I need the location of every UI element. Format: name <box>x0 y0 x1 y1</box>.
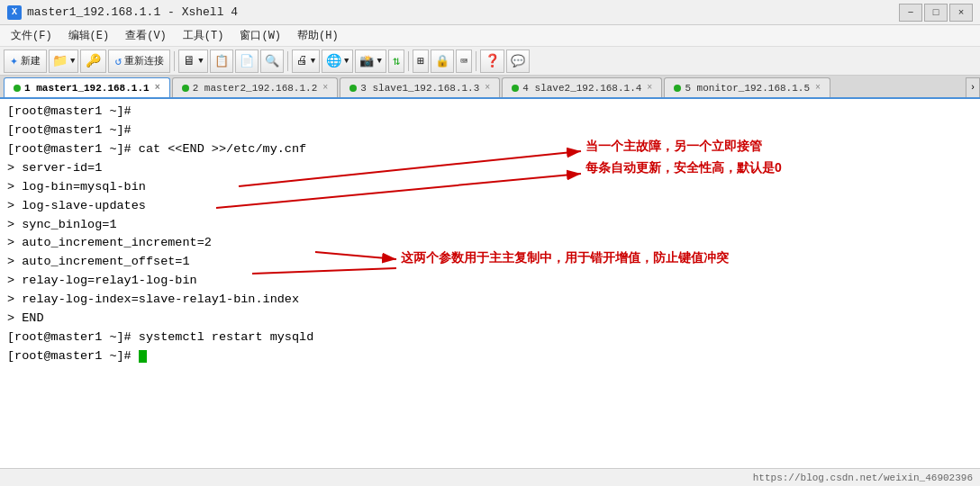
tab-label-2: 2 master2_192.168.1.2 <box>193 83 318 94</box>
copy-button[interactable]: 📋 <box>210 50 233 73</box>
keyboard-icon: ⌨ <box>460 54 467 68</box>
tab-monitor[interactable]: 5 monitor_192.168.1.5 × <box>664 77 830 97</box>
menu-bar: 文件(F) 编辑(E) 查看(V) 工具(T) 窗口(W) 帮助(H) <box>0 25 980 47</box>
line-8: > auto_increment_increment=2 <box>7 234 973 253</box>
tab-dot-2 <box>182 85 189 92</box>
copy-icon: 📋 <box>214 54 229 68</box>
terminal-wrapper: [root@master1 ~]# [root@master1 ~]# [roo… <box>0 99 980 468</box>
line-12: > END <box>7 310 973 328</box>
lock-button[interactable]: 🔒 <box>431 50 454 73</box>
terminal-cursor <box>139 350 147 363</box>
reconnect-button[interactable]: ↺ 重新连接 <box>108 50 170 73</box>
globe-button[interactable]: 🌐 ▼ <box>322 50 353 73</box>
tab-scroll-right[interactable]: › <box>966 77 980 97</box>
line-2: [root@master1 ~]# <box>7 122 973 140</box>
transfer-icon: ⇅ <box>393 53 400 68</box>
line-9: > auto_increment_offset=1 <box>7 253 973 272</box>
minimize-button[interactable]: − <box>899 4 922 22</box>
toolbar-sep-2 <box>287 51 288 71</box>
key-icon: 🔑 <box>86 53 101 68</box>
paste-icon: 📄 <box>240 54 254 68</box>
toolbar-sep-3 <box>408 51 409 71</box>
tab-dot-1 <box>14 85 21 92</box>
tab-close-1[interactable]: × <box>155 83 160 93</box>
new-label: 新建 <box>21 54 41 68</box>
tab-slave1[interactable]: 3 slave1_192.168.1.3 × <box>340 77 500 97</box>
status-url: https://blog.csdn.net/weixin_46902396 <box>753 472 973 483</box>
toolbar-sep-4 <box>476 51 476 71</box>
tab-label-3: 3 slave1_192.168.1.3 <box>360 83 479 94</box>
help-button[interactable]: ❓ <box>480 50 504 73</box>
line-11: > relay-log-index=slave-relay1-bin.index <box>7 291 973 310</box>
tab-master1[interactable]: 1 master1_192.168.1.1 × <box>4 77 170 97</box>
title-bar-controls: − □ × <box>899 4 973 22</box>
window-title: master1_192.168.1.1 - Xshell 4 <box>27 5 238 19</box>
line-3: [root@master1 ~]# cat <<END >>/etc/my.cn… <box>7 140 973 159</box>
tab-label-4: 4 slave2_192.168.1.4 <box>522 83 641 94</box>
title-bar-left: X master1_192.168.1.1 - Xshell 4 <box>7 5 238 20</box>
line-5: > log-bin=mysql-bin <box>7 178 973 197</box>
monitor-button[interactable]: 🖥 ▼ <box>178 50 207 73</box>
dropdown-arrow-icon: ▼ <box>70 57 75 66</box>
monitor-dropdown-icon: ▼ <box>198 57 203 66</box>
globe-dropdown-icon: ▼ <box>344 57 349 66</box>
toolbar: ✦ 新建 📁 ▼ 🔑 ↺ 重新连接 🖥 ▼ 📋 📄 🔍 🖨 ▼ 🌐 ▼ <box>0 47 980 76</box>
new-button[interactable]: ✦ 新建 <box>4 50 47 73</box>
line-13: [root@master1 ~]# systemctl restart mysq… <box>7 328 973 347</box>
lock-icon: 🔒 <box>435 54 449 68</box>
line-10: > relay-log=relay1-log-bin <box>7 272 973 291</box>
menu-window[interactable]: 窗口(W) <box>232 26 288 45</box>
transfer-button[interactable]: ⇅ <box>388 50 404 73</box>
tab-slave2[interactable]: 4 slave2_192.168.1.4 × <box>502 77 662 97</box>
keyboard-button[interactable]: ⌨ <box>456 50 472 73</box>
tab-dot-4 <box>512 85 519 92</box>
toolbar-sep-1 <box>174 51 175 71</box>
tab-close-5[interactable]: × <box>815 83 821 93</box>
open-folder-button[interactable]: 📁 ▼ <box>49 50 78 73</box>
line-6: > log-slave-updates <box>7 197 973 216</box>
tab-label-1: 1 master1_192.168.1.1 <box>24 83 150 94</box>
new-icon: ✦ <box>10 52 18 69</box>
menu-file[interactable]: 文件(F) <box>4 26 59 45</box>
paste-button[interactable]: 📄 <box>235 50 259 73</box>
snap-button[interactable]: 📸 ▼ <box>355 50 386 73</box>
tab-master2[interactable]: 2 master2_192.168.1.2 × <box>172 77 339 97</box>
chat-icon: 💬 <box>511 54 525 68</box>
monitor-icon: 🖥 <box>183 54 195 68</box>
chat-button[interactable]: 💬 <box>506 50 530 73</box>
menu-view[interactable]: 查看(V) <box>118 26 174 45</box>
print-icon: 🖨 <box>296 54 308 68</box>
grid-button[interactable]: ⊞ <box>413 50 429 73</box>
menu-edit[interactable]: 编辑(E) <box>61 26 117 45</box>
tab-close-2[interactable]: × <box>322 83 328 93</box>
print-dropdown-icon: ▼ <box>311 57 315 66</box>
status-bar: https://blog.csdn.net/weixin_46902396 <box>0 468 980 486</box>
line-1: [root@master1 ~]# <box>7 103 973 122</box>
grid-icon: ⊞ <box>417 54 424 68</box>
tab-bar: 1 master1_192.168.1.1 × 2 master2_192.16… <box>0 76 980 99</box>
key-button[interactable]: 🔑 <box>80 50 106 73</box>
print-button[interactable]: 🖨 ▼ <box>292 50 320 73</box>
globe-icon: 🌐 <box>326 53 341 68</box>
close-button[interactable]: × <box>949 4 973 22</box>
maximize-button[interactable]: □ <box>924 4 948 22</box>
help-icon: ❓ <box>485 53 500 68</box>
tab-dot-3 <box>349 85 357 92</box>
tab-dot-5 <box>674 85 681 92</box>
menu-tools[interactable]: 工具(T) <box>176 26 231 45</box>
menu-help[interactable]: 帮助(H) <box>290 26 346 45</box>
tab-close-4[interactable]: × <box>647 83 652 93</box>
title-bar: X master1_192.168.1.1 - Xshell 4 − □ × <box>0 0 980 25</box>
folder-icon: 📁 <box>52 53 68 68</box>
search-icon: 🔍 <box>265 54 279 68</box>
terminal[interactable]: [root@master1 ~]# [root@master1 ~]# [roo… <box>0 99 980 468</box>
line-14: [root@master1 ~]# <box>7 347 973 366</box>
search-button[interactable]: 🔍 <box>260 50 284 73</box>
snap-icon: 📸 <box>359 54 374 68</box>
reconnect-label: 重新连接 <box>124 54 164 68</box>
app-icon: X <box>7 5 22 20</box>
line-7: > sync_binlog=1 <box>7 216 973 235</box>
line-4: > server-id=1 <box>7 159 973 178</box>
tab-close-3[interactable]: × <box>485 83 490 93</box>
tab-label-5: 5 monitor_192.168.1.5 <box>685 83 810 94</box>
